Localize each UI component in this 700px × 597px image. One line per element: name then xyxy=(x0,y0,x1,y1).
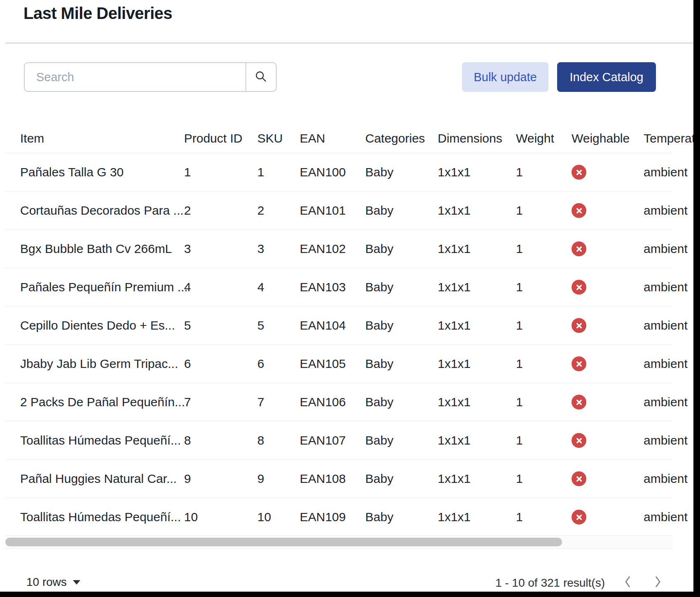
cell-item: Toallitas Húmedas Pequeñí... xyxy=(20,433,184,447)
column-header-temperature: Temperature xyxy=(644,131,700,145)
cell-product_id: 6 xyxy=(184,357,257,371)
column-header-sku: SKU xyxy=(257,131,300,145)
table-row[interactable]: Pañales Talla G 3011EAN100Baby1x1x11ambi… xyxy=(5,153,672,192)
cell-weight: 1 xyxy=(516,433,572,447)
search-icon xyxy=(254,70,268,84)
cell-product_id: 7 xyxy=(184,395,257,409)
search-input[interactable] xyxy=(25,63,245,91)
cell-categories: Baby xyxy=(365,357,438,371)
cell-ean: EAN104 xyxy=(300,318,365,332)
cell-sku: 3 xyxy=(257,242,300,256)
table-row[interactable]: Jbaby Jab Lib Germ Tripac...66EAN105Baby… xyxy=(5,345,672,383)
cell-dimensions: 1x1x1 xyxy=(438,318,516,332)
cell-temperature: ambient xyxy=(644,242,700,256)
chevron-down-icon xyxy=(73,580,80,585)
cell-weighable xyxy=(572,318,644,333)
cell-dimensions: 1x1x1 xyxy=(438,280,516,294)
cell-product_id: 4 xyxy=(184,280,257,294)
rows-per-page-dropdown[interactable]: 10 rows xyxy=(26,575,80,590)
cell-weight: 1 xyxy=(516,280,572,294)
cell-item: Cortauñas Decorados Para ... xyxy=(20,204,184,218)
cell-categories: Baby xyxy=(365,165,438,179)
table-row[interactable]: Cortauñas Decorados Para ...22EAN101Baby… xyxy=(5,192,672,230)
cell-item: 2 Packs De Pañal Pequeñín... xyxy=(20,395,184,409)
chevron-right-icon xyxy=(653,574,663,590)
cell-weight: 1 xyxy=(516,395,572,409)
x-circle-icon xyxy=(572,510,586,524)
cell-dimensions: 1x1x1 xyxy=(438,165,516,179)
column-header-weighable: Weighable xyxy=(572,131,644,145)
table-row[interactable]: Toallitas Húmedas Pequeñí...1010EAN109Ba… xyxy=(5,498,672,536)
next-page-button[interactable] xyxy=(651,574,665,590)
cell-sku: 8 xyxy=(257,433,300,447)
search-button[interactable] xyxy=(246,63,276,91)
cell-categories: Baby xyxy=(365,510,438,524)
table-header-row: ItemProduct IDSKUEANCategoriesDimensions… xyxy=(5,124,672,153)
column-header-ean: EAN xyxy=(300,131,365,145)
cell-item: Jbaby Jab Lib Germ Tripac... xyxy=(20,357,184,371)
cell-dimensions: 1x1x1 xyxy=(438,242,516,256)
column-header-product_id: Product ID xyxy=(184,131,257,145)
cell-temperature: ambient xyxy=(644,204,700,218)
horizontal-scrollbar-track xyxy=(5,535,672,549)
cell-sku: 5 xyxy=(257,318,300,332)
screenshot-right-edge xyxy=(693,0,700,597)
cell-dimensions: 1x1x1 xyxy=(438,357,516,371)
catalog-table: ItemProduct IDSKUEANCategoriesDimensions… xyxy=(5,124,672,536)
x-circle-icon xyxy=(572,356,586,371)
cell-ean: EAN103 xyxy=(300,280,365,294)
cell-dimensions: 1x1x1 xyxy=(438,472,516,486)
table-row[interactable]: Pañal Huggies Natural Car...99EAN108Baby… xyxy=(5,460,672,498)
cell-sku: 7 xyxy=(257,395,300,409)
x-circle-icon xyxy=(572,433,586,448)
table-row[interactable]: Toallitas Húmedas Pequeñí...88EAN107Baby… xyxy=(5,421,672,460)
cell-weight: 1 xyxy=(516,204,572,218)
cell-product_id: 5 xyxy=(184,318,257,332)
cell-dimensions: 1x1x1 xyxy=(438,433,516,447)
cell-sku: 6 xyxy=(257,357,300,371)
cell-weight: 1 xyxy=(516,318,572,332)
cell-dimensions: 1x1x1 xyxy=(438,204,516,218)
cell-product_id: 8 xyxy=(184,433,257,447)
table-row[interactable]: Cepillo Dientes Dedo + Es...55EAN104Baby… xyxy=(5,307,672,345)
cell-product_id: 9 xyxy=(184,472,257,486)
cell-categories: Baby xyxy=(365,280,438,294)
bulk-update-button[interactable]: Bulk update xyxy=(462,62,548,92)
column-header-categories: Categories xyxy=(365,131,438,145)
screenshot-bottom-edge xyxy=(0,592,700,597)
cell-item: Toallitas Húmedas Pequeñí... xyxy=(20,510,184,524)
rows-per-page-label: 10 rows xyxy=(26,576,67,589)
search-box xyxy=(24,62,277,92)
x-circle-icon xyxy=(572,395,586,410)
cell-weighable xyxy=(572,241,644,256)
cell-item: Pañales Talla G 30 xyxy=(20,165,184,179)
x-circle-icon xyxy=(572,203,586,218)
table-row[interactable]: Bgx Bubble Bath Cv 266mL33EAN102Baby1x1x… xyxy=(5,230,672,268)
index-catalog-button[interactable]: Index Catalog xyxy=(557,62,656,92)
table-row[interactable]: 2 Packs De Pañal Pequeñín...77EAN106Baby… xyxy=(5,383,672,421)
cell-ean: EAN101 xyxy=(300,204,365,218)
previous-page-button[interactable] xyxy=(621,574,635,590)
cell-ean: EAN106 xyxy=(300,395,365,409)
cell-ean: EAN107 xyxy=(300,433,365,447)
cell-sku: 2 xyxy=(257,204,300,218)
table-row[interactable]: Pañales Pequeñín Premium ...44EAN103Baby… xyxy=(5,268,672,307)
cell-ean: EAN105 xyxy=(300,357,365,371)
cell-ean: EAN108 xyxy=(300,472,365,486)
cell-weight: 1 xyxy=(516,510,572,524)
cell-weight: 1 xyxy=(516,165,572,179)
cell-ean: EAN100 xyxy=(300,165,365,179)
cell-temperature: ambient xyxy=(644,472,700,486)
horizontal-scrollbar-thumb[interactable] xyxy=(5,538,562,546)
cell-temperature: ambient xyxy=(644,510,700,524)
cell-temperature: ambient xyxy=(644,318,700,332)
cell-dimensions: 1x1x1 xyxy=(438,510,516,524)
cell-categories: Baby xyxy=(365,204,438,218)
results-summary: 1 - 10 of 321 result(s) xyxy=(495,576,605,590)
cell-temperature: ambient xyxy=(644,357,700,371)
cell-sku: 4 xyxy=(257,280,300,294)
table-body: Pañales Talla G 3011EAN100Baby1x1x11ambi… xyxy=(5,153,672,536)
cell-weighable xyxy=(572,203,644,218)
cell-sku: 1 xyxy=(257,165,300,179)
x-circle-icon xyxy=(572,318,586,333)
